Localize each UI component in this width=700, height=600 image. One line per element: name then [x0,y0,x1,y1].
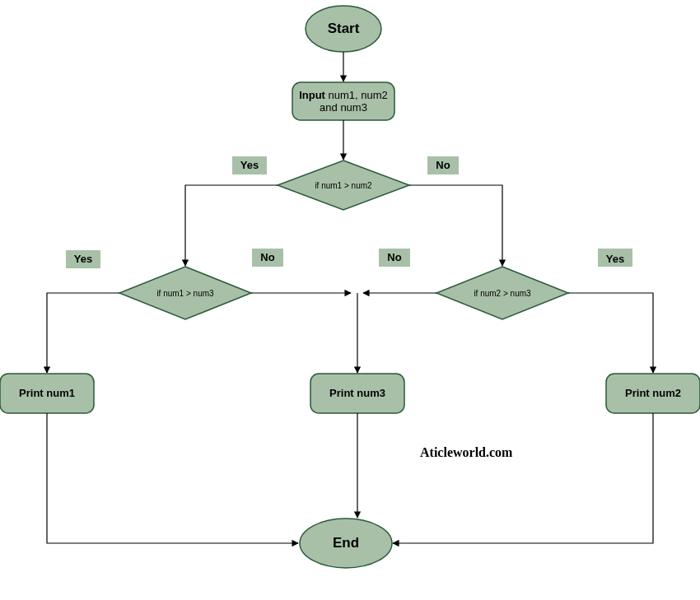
svg-text:No: No [260,251,274,263]
start-node: Start [306,6,381,52]
edge-p1-end [47,413,298,543]
input-line1: Input num1, num2 [299,89,388,101]
decision-num1-gt-num2: if num1 > num2 [278,160,409,210]
d1-label: if num1 > num2 [315,181,372,190]
print-num2-node: Print num2 [606,374,700,413]
edge-d2-p1 [47,293,119,373]
end-label: End [333,535,359,551]
d3-yes-label: Yes [598,249,632,267]
edge-d1-d3 [409,185,502,266]
svg-text:No: No [387,251,401,263]
p2-label: Print num2 [625,387,681,399]
decision-num2-gt-num3: if num2 > num3 [436,267,568,319]
end-node: End [300,519,392,568]
svg-text:Yes: Yes [240,159,259,171]
p1-label: Print num1 [19,387,75,399]
decision-num1-gt-num3: if num1 > num3 [119,267,251,319]
print-num3-node: Print num3 [310,374,404,413]
watermark-text: Aticleworld.com [420,445,513,459]
input-node: Input num1, num2 and num3 [292,82,394,120]
d2-label: if num1 > num3 [156,289,214,298]
flowchart-canvas: Start Input num1, num2 and num3 if num1 … [0,0,700,600]
d2-yes-label: Yes [66,250,100,268]
input-line2: and num3 [320,101,367,114]
svg-text:Yes: Yes [606,253,624,265]
p3-label: Print num3 [329,387,385,399]
start-label: Start [328,21,360,36]
d1-yes-label: Yes [232,156,267,174]
edge-d3-p2 [568,293,653,373]
svg-text:Yes: Yes [74,253,92,265]
d2-no-label: No [252,249,283,267]
d3-label: if num2 > num3 [474,289,531,298]
d3-no-label: No [379,249,410,267]
edge-p2-end [393,413,653,543]
svg-text:No: No [436,159,450,171]
print-num1-node: Print num1 [0,374,94,413]
d1-no-label: No [427,156,459,174]
